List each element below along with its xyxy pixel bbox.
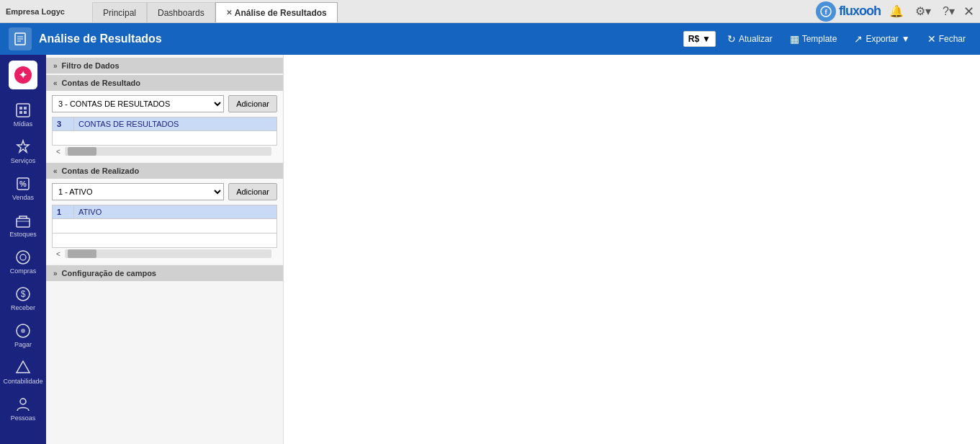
filtro-section: » Filtro de Dados — [46, 58, 283, 74]
svg-rect-8 — [17, 104, 30, 117]
svg-text:$: $ — [21, 289, 26, 299]
sidebar-item-compras[interactable]: Compras — [3, 245, 43, 279]
table-row: 3 CONTAS DE RESULTADOS — [53, 117, 277, 131]
configuracao-label: Configuração de campos — [62, 269, 156, 278]
table-row: 1 ATIVO — [53, 205, 277, 219]
bell-icon[interactable]: 🔔 — [886, 3, 907, 19]
contas-realizado-filter-row: 1 - ATIVO Adicionar — [52, 183, 277, 200]
content-area: » Filtro de Dados « Contas de Resultado … — [46, 55, 980, 444]
sidebar-item-pessoas[interactable]: Pessoas — [3, 392, 43, 426]
sidebar-label-receber: Receber — [11, 304, 35, 311]
contas-realizado-scroll-row: < — [52, 248, 277, 259]
scroll-left-arrow2-icon[interactable]: < — [55, 250, 62, 258]
tab-bar: Principal Dashboards ✕ Análise de Result… — [92, 0, 338, 22]
scroll-left-arrow-icon[interactable]: < — [55, 148, 62, 156]
sidebar-item-estoques[interactable]: Estoques — [3, 208, 43, 242]
sidebar-label-midias: Mídias — [14, 120, 33, 128]
contas-resultado-scrollbar[interactable] — [65, 147, 271, 156]
header-actions: R$ ▼ ↻ Atualizar ▦ Template ↗ Exportar ▼… — [683, 30, 971, 48]
configuracao-header[interactable]: » Configuração de campos — [46, 265, 283, 281]
contas-resultado-section: « Contas de Resultado 3 - CONTAS DE RESU… — [46, 75, 283, 161]
item-label: CONTAS DE RESULTADOS — [74, 117, 277, 131]
atualizar-button[interactable]: ↻ Atualizar — [721, 30, 778, 48]
currency-value: R$ — [688, 34, 699, 44]
table-row-empty — [53, 131, 277, 146]
gear-icon[interactable]: ⚙▾ — [912, 3, 934, 19]
svg-marker-23 — [17, 361, 30, 373]
filtro-label: Filtro de Dados — [62, 61, 120, 70]
contas-realizado-scrollbar[interactable] — [65, 249, 271, 258]
currency-dropdown-arrow: ▼ — [702, 34, 711, 44]
configuracao-chevron-icon: » — [53, 270, 58, 278]
tab-dashboards[interactable]: Dashboards — [147, 2, 215, 22]
table-row-empty2 — [53, 234, 277, 248]
sidebar: ✦ Mídias Serviços % Vendas Estoques Comp… — [0, 55, 46, 444]
exportar-button[interactable]: ↗ Exportar ▼ — [848, 30, 915, 48]
scroll-thumb — [68, 147, 96, 156]
export-icon: ↗ — [854, 33, 863, 45]
svg-rect-15 — [17, 218, 30, 227]
contas-resultado-select[interactable]: 3 - CONTAS DE RESULTADOS — [52, 95, 224, 112]
sidebar-label-pessoas: Pessoas — [11, 414, 36, 422]
tab-analise[interactable]: ✕ Análise de Resultados — [215, 2, 338, 22]
contas-resultado-table: 3 CONTAS DE RESULTADOS — [52, 117, 277, 146]
tab-principal[interactable]: Principal — [92, 2, 147, 22]
svg-point-24 — [20, 399, 26, 404]
svg-text:✦: ✦ — [19, 69, 27, 81]
sidebar-label-vendas: Vendas — [12, 194, 34, 201]
sidebar-item-pagar[interactable]: Pagar — [3, 319, 43, 352]
template-button[interactable]: ▦ Template — [784, 30, 843, 48]
sidebar-item-vendas[interactable]: % Vendas — [3, 172, 43, 205]
filtro-chevron-icon: » — [53, 62, 58, 70]
fechar-icon: ✕ — [927, 33, 936, 45]
contas-realizado-add-button[interactable]: Adicionar — [228, 183, 277, 200]
currency-selector[interactable]: R$ ▼ — [683, 31, 716, 47]
export-dropdown-arrow: ▼ — [902, 34, 910, 44]
sidebar-item-contabilidade[interactable]: Contabilidade — [3, 355, 43, 389]
table-row-empty — [53, 219, 277, 234]
template-icon: ▦ — [790, 33, 799, 45]
sidebar-label-servicos: Serviços — [11, 157, 36, 164]
contas-resultado-filter-row: 3 - CONTAS DE RESULTADOS Adicionar — [52, 95, 277, 112]
contas-realizado-table: 1 ATIVO — [52, 205, 277, 248]
contas-resultado-content: 3 - CONTAS DE RESULTADOS Adicionar 3 CON… — [46, 91, 283, 161]
title-bar-right: f fluxooh 🔔 ⚙▾ ?▾ ✕ — [816, 1, 974, 22]
item-num: 1 — [53, 205, 74, 219]
contas-resultado-chevron-icon: « — [53, 79, 58, 87]
contas-resultado-scroll-row: < — [52, 146, 277, 157]
contas-resultado-header[interactable]: « Contas de Resultado — [46, 75, 283, 91]
contas-realizado-header[interactable]: « Contas de Realizado — [46, 163, 283, 179]
sidebar-label-compras: Compras — [10, 267, 37, 275]
sidebar-item-receber[interactable]: $ Receber — [3, 282, 43, 316]
refresh-icon: ↻ — [727, 33, 736, 45]
app-header: Análise de Resultados R$ ▼ ↻ Atualizar ▦… — [0, 23, 980, 55]
contas-resultado-add-button[interactable]: Adicionar — [228, 95, 277, 112]
left-panel: » Filtro de Dados « Contas de Resultado … — [46, 55, 284, 444]
page-icon — [9, 27, 32, 50]
svg-point-18 — [20, 254, 26, 260]
contas-realizado-content: 1 - ATIVO Adicionar 1 ATIVO — [46, 179, 283, 264]
fechar-button[interactable]: ✕ Fechar — [922, 30, 971, 48]
svg-point-17 — [17, 251, 30, 264]
svg-rect-11 — [19, 111, 22, 114]
svg-text:%: % — [19, 179, 27, 188]
filtro-header[interactable]: » Filtro de Dados — [46, 58, 283, 74]
contas-realizado-chevron-icon: « — [53, 167, 58, 175]
logo-circle: f — [816, 1, 836, 22]
tab-close-icon[interactable]: ✕ — [226, 9, 232, 17]
sidebar-item-servicos[interactable]: Serviços — [3, 135, 43, 169]
help-icon[interactable]: ?▾ — [940, 3, 958, 19]
svg-point-22 — [21, 329, 25, 333]
sidebar-label-estoques: Estoques — [9, 231, 37, 238]
app-logo: f fluxooh — [816, 1, 881, 22]
sidebar-logo: ✦ — [9, 61, 37, 89]
contas-realizado-select[interactable]: 1 - ATIVO — [52, 183, 224, 200]
sidebar-item-midias[interactable]: Mídias — [3, 98, 43, 132]
page-title: Análise de Resultados — [39, 32, 676, 45]
close-window-icon[interactable]: ✕ — [963, 4, 974, 19]
title-bar: Empresa Logyc Principal Dashboards ✕ Aná… — [0, 0, 980, 23]
contas-resultado-label: Contas de Resultado — [62, 79, 140, 87]
scroll-thumb2 — [68, 249, 96, 258]
configuracao-section: » Configuração de campos — [46, 265, 283, 281]
item-num: 3 — [53, 117, 74, 131]
